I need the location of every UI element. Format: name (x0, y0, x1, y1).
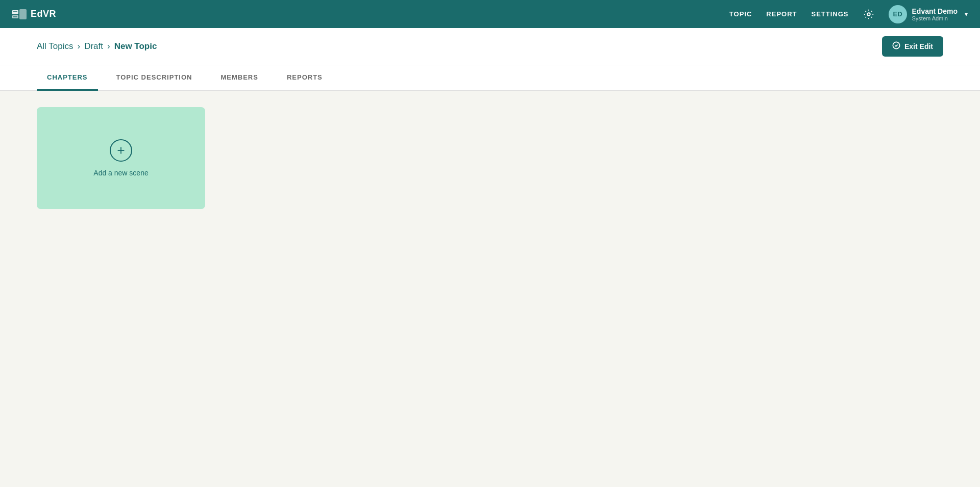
add-plus-icon (110, 139, 132, 162)
navbar: EdVR TOPIC REPORT SETTINGS ED Edvant Dem… (0, 0, 980, 28)
breadcrumb: All Topics › Draft › New Topic (37, 41, 157, 52)
avatar: ED (889, 5, 907, 23)
exit-edit-label: Exit Edit (904, 42, 933, 50)
logo-icon (12, 9, 27, 19)
nav-topic-link[interactable]: TOPIC (729, 10, 752, 18)
tab-members[interactable]: MEMBERS (210, 65, 268, 91)
user-name: Edvant Demo (912, 7, 958, 15)
tab-reports[interactable]: REPORTS (277, 65, 333, 91)
main-content: Add a new scene (0, 91, 980, 225)
settings-gear-icon[interactable] (863, 9, 874, 20)
chevron-down-icon: ▾ (965, 11, 968, 18)
svg-rect-2 (19, 9, 27, 19)
breadcrumb-separator-2: › (107, 41, 110, 52)
add-scene-label: Add a new scene (93, 169, 148, 177)
tab-chapters[interactable]: CHAPTERS (37, 65, 98, 91)
exit-edit-button[interactable]: Exit Edit (882, 36, 943, 57)
breadcrumb-draft[interactable]: Draft (84, 41, 103, 52)
svg-rect-0 (12, 10, 18, 14)
add-scene-card[interactable]: Add a new scene (37, 107, 205, 209)
navbar-logo-section: EdVR (12, 9, 56, 19)
svg-point-4 (893, 42, 899, 48)
nav-report-link[interactable]: REPORT (766, 10, 797, 18)
breadcrumb-all-topics[interactable]: All Topics (37, 41, 74, 52)
breadcrumb-bar: All Topics › Draft › New Topic Exit Edit (0, 28, 980, 65)
nav-settings-link[interactable]: SETTINGS (812, 10, 849, 18)
user-section[interactable]: ED Edvant Demo System Admin ▾ (889, 5, 968, 23)
navbar-right: TOPIC REPORT SETTINGS ED Edvant Demo Sys… (729, 5, 968, 23)
logo-text: EdVR (31, 9, 56, 19)
breadcrumb-new-topic: New Topic (114, 41, 157, 52)
user-role: System Admin (912, 15, 958, 21)
user-info: Edvant Demo System Admin (912, 7, 958, 21)
svg-point-3 (867, 13, 870, 16)
check-circle-icon (892, 41, 900, 52)
tab-topic-description[interactable]: TOPIC DESCRIPTION (106, 65, 203, 91)
breadcrumb-separator-1: › (78, 41, 81, 52)
tabs-bar: CHAPTERS TOPIC DESCRIPTION MEMBERS REPOR… (0, 65, 980, 91)
